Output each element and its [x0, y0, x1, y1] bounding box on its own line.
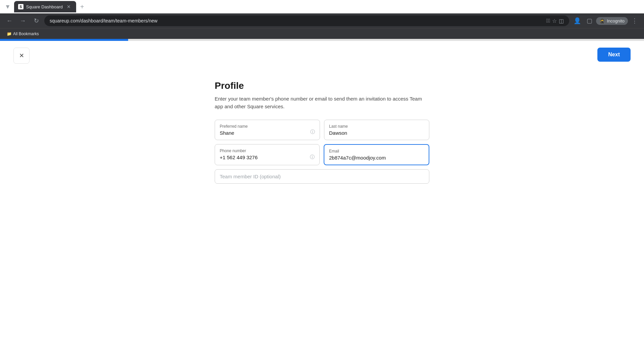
tab-title: Square Dashboard	[26, 4, 63, 9]
menu-button[interactable]: ⋮	[629, 15, 640, 26]
back-button[interactable]: ←	[4, 15, 15, 26]
phone-label: Phone number	[220, 148, 315, 153]
reload-button[interactable]: ↻	[31, 15, 42, 26]
new-tab-button[interactable]: +	[77, 3, 87, 11]
active-tab[interactable]: S Square Dashboard ✕	[14, 1, 76, 12]
bookmarks-folder[interactable]: 📁 All Bookmarks	[4, 30, 42, 38]
forward-button[interactable]: →	[17, 15, 28, 26]
phone-value: +1 562 449 3276	[220, 155, 315, 160]
bookmarks-label: All Bookmarks	[13, 32, 39, 36]
close-button[interactable]: ✕	[13, 48, 30, 64]
next-button[interactable]: Next	[597, 48, 631, 62]
last-name-label: Last name	[329, 124, 424, 129]
bookmarks-bar: 📁 All Bookmarks	[0, 28, 644, 39]
extension-icon[interactable]: ◫	[559, 18, 564, 24]
incognito-icon: 🥷	[599, 18, 605, 23]
tab-bar: ▼ S Square Dashboard ✕ +	[0, 0, 644, 13]
tab-close-button[interactable]: ✕	[65, 3, 72, 10]
profile-button[interactable]: 👤	[572, 15, 583, 26]
form-area: Profile Enter your team member's phone n…	[215, 74, 429, 184]
address-bar[interactable]: squareup.com/dashboard/team/team-members…	[44, 15, 569, 26]
email-label: Email	[329, 149, 424, 154]
folder-icon: 📁	[7, 32, 12, 36]
tab-dropdown-arrow[interactable]: ▼	[3, 2, 13, 12]
star-icon[interactable]: ☆	[552, 18, 557, 24]
email-value: 2b874a7c@moodjoy.com	[329, 155, 424, 161]
team-member-id-field[interactable]: Team member ID (optional)	[215, 169, 429, 184]
form-title: Profile	[215, 80, 429, 91]
form-description: Enter your team member's phone number or…	[215, 95, 429, 110]
email-field[interactable]: Email 2b874a7c@moodjoy.com	[324, 144, 429, 165]
browser-toolbar: ← → ↻ squareup.com/dashboard/team/team-m…	[0, 13, 644, 28]
preferred-name-info-icon[interactable]: ⓘ	[310, 129, 315, 135]
address-bar-icons: 👁̸ ☆ ◫	[546, 18, 564, 24]
team-member-id-placeholder: Team member ID (optional)	[220, 174, 424, 179]
incognito-label: Incognito	[607, 18, 625, 23]
team-id-row: Team member ID (optional)	[215, 169, 429, 184]
toolbar-right: 👤 ▢ 🥷 Incognito ⋮	[572, 15, 640, 26]
browser-chrome: ▼ S Square Dashboard ✕ + ← → ↻ squareup.…	[0, 0, 644, 39]
preferred-name-label: Preferred name	[220, 124, 315, 129]
url-display: squareup.com/dashboard/team/team-members…	[50, 18, 544, 23]
eye-off-icon: 👁̸	[546, 18, 550, 24]
preferred-name-value: Shane	[220, 130, 315, 136]
sidebar-button[interactable]: ▢	[584, 15, 595, 26]
incognito-indicator: 🥷 Incognito	[596, 17, 628, 25]
tab-favicon: S	[18, 4, 23, 9]
name-row: Preferred name Shane ⓘ Last name Dawson	[215, 120, 429, 140]
phone-field[interactable]: Phone number +1 562 449 3276 ⓘ	[215, 144, 320, 165]
top-bar: ✕ Next	[13, 48, 631, 64]
last-name-value: Dawson	[329, 130, 424, 136]
contact-row: Phone number +1 562 449 3276 ⓘ Email 2b8…	[215, 144, 429, 165]
last-name-field[interactable]: Last name Dawson	[324, 120, 429, 140]
preferred-name-field[interactable]: Preferred name Shane ⓘ	[215, 120, 320, 140]
page-content: ✕ Next Profile Enter your team member's …	[0, 41, 644, 362]
phone-info-icon[interactable]: ⓘ	[310, 154, 315, 160]
